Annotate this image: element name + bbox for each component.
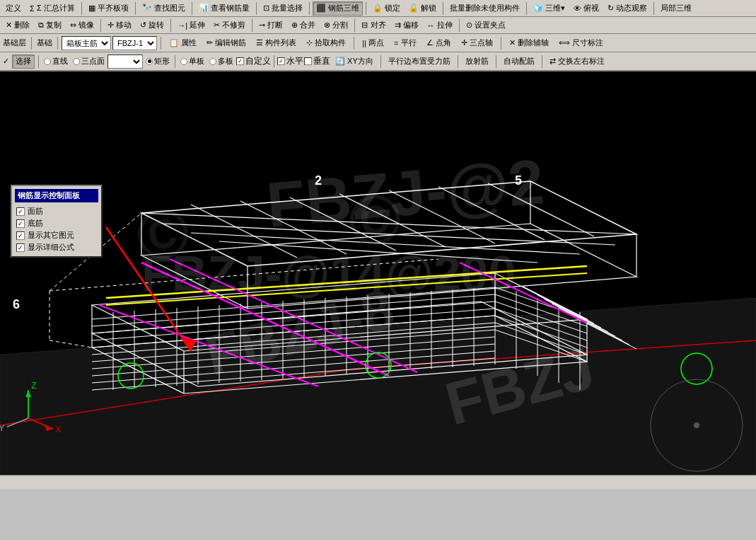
- sep15: [31, 37, 32, 50]
- bottom-rebar-item[interactable]: ✓ 底筋: [15, 217, 98, 229]
- align-btn[interactable]: ⊟ 对齐: [358, 18, 389, 33]
- delete-btn[interactable]: ✕ 删除: [2, 18, 33, 33]
- 3d-btn[interactable]: 🧊 三维 ▾: [530, 1, 569, 16]
- rotate2-icon: ↺: [140, 21, 146, 30]
- dim-icon: ⟺: [559, 38, 570, 47]
- flatten-btn[interactable]: ▦ 平齐板项: [85, 1, 132, 16]
- main-canvas[interactable]: 2 5 6 FBZJ-@2 FBZJ-@14@200 FBZJ-8 FBZJ ©…: [0, 71, 756, 475]
- sep21: [175, 55, 175, 68]
- split-btn[interactable]: ⊗ 分割: [320, 18, 351, 33]
- toolbar-row-4: ✓ 选择 直线 三点面 矩形 单板 多板 ✓ 自定: [0, 52, 756, 71]
- merge-btn[interactable]: ⊕ 合并: [288, 18, 319, 33]
- other-elem-checkbox[interactable]: ✓: [16, 231, 25, 240]
- toolbar-row-3: 基础层 基础 箱板主筋 FBZJ-1 📋 属性 ✏ 编辑钢筋 ☰ 构件列表 ⊹ …: [0, 34, 756, 52]
- delaxis-btn[interactable]: ✕ 删除辅轴: [506, 36, 552, 50]
- editrebar-btn[interactable]: ✏ 编辑钢筋: [203, 36, 250, 50]
- move-btn[interactable]: ✛ 移动: [104, 18, 135, 33]
- break-icon: ⊸: [259, 21, 265, 30]
- viewrebar-btn[interactable]: 📊 查看钢筋量: [195, 1, 253, 16]
- batchdel-btn[interactable]: 批量删除未使用构件: [446, 1, 523, 16]
- component-select[interactable]: 箱板主筋: [62, 36, 111, 50]
- offset-btn[interactable]: ⇉ 偏移: [391, 18, 422, 33]
- getcomp-btn[interactable]: ⊹ 拾取构件: [303, 36, 349, 50]
- stretch-btn[interactable]: ↔ 拉伸: [424, 18, 456, 33]
- sep4: [256, 2, 257, 15]
- threeaxes-btn[interactable]: ✛ 三点轴: [458, 36, 496, 50]
- select-tool-btn[interactable]: 选择: [12, 54, 35, 69]
- rotate-btn[interactable]: ↺ 旋转: [136, 18, 168, 33]
- bottom-rebar-checkbox[interactable]: ✓: [16, 219, 25, 228]
- formula-item[interactable]: ✓ 显示详细公式: [15, 241, 98, 253]
- copy-btn[interactable]: ⧉ 复制: [35, 18, 65, 33]
- findmap-btn[interactable]: 🔭 查找图元: [139, 1, 189, 16]
- mirror-btn[interactable]: ⇔ 镜像: [66, 18, 98, 33]
- trim-btn[interactable]: ✂ 不修剪: [210, 18, 249, 33]
- component-id-select[interactable]: FBZJ-1: [112, 36, 157, 50]
- delete-icon: ✕: [6, 21, 12, 30]
- threepoint-radio[interactable]: 三点面: [71, 56, 107, 67]
- shape-select[interactable]: [107, 54, 143, 69]
- copy-icon: ⧉: [38, 21, 44, 30]
- sep16: [57, 37, 58, 50]
- single-radio-circle: [180, 58, 187, 65]
- multi-radio[interactable]: 多板: [207, 56, 235, 67]
- face-rebar-item[interactable]: ✓ 面筋: [15, 205, 98, 217]
- sep6: [366, 2, 366, 15]
- svg-text:Z: Z: [31, 380, 37, 391]
- line-radio-circle: [44, 58, 51, 65]
- birdview-btn[interactable]: 👁 俯视: [570, 1, 603, 16]
- props-btn[interactable]: 📋 属性: [165, 36, 200, 50]
- batchsel-btn[interactable]: ⊡ 批量选择: [260, 1, 306, 16]
- break-btn[interactable]: ⊸ 打断: [255, 18, 286, 33]
- line-radio[interactable]: 直线: [42, 56, 70, 67]
- define-btn[interactable]: 定义: [2, 1, 25, 16]
- custom-check[interactable]: ✓ 自定义: [236, 55, 271, 67]
- vert-check[interactable]: 垂直: [304, 55, 330, 67]
- vert-checkbox[interactable]: [304, 57, 312, 65]
- horiz-check[interactable]: ✓ 水平: [277, 55, 303, 67]
- select-mode-label: ✓: [1, 57, 11, 66]
- swap-btn[interactable]: ⇄ 交换左右标注: [546, 54, 608, 69]
- angle-btn[interactable]: ∠ 点角: [423, 36, 455, 50]
- layer-label: 基础层: [1, 38, 28, 48]
- sep1: [81, 2, 82, 15]
- align-icon: ⊟: [361, 21, 368, 30]
- custom-checkbox[interactable]: ✓: [236, 57, 244, 65]
- unlock-btn[interactable]: 🔓 解锁: [405, 1, 440, 16]
- sep25: [496, 55, 496, 68]
- setpoint-btn[interactable]: ⊙ 设置夹点: [463, 18, 509, 33]
- lock-btn[interactable]: 🔒 锁定: [369, 1, 404, 16]
- rebar-control-panel: 钢筋显示控制面板 ✓ 面筋 ✓ 底筋 ✓ 显示其它图元 ✓ 显示详细公式: [11, 185, 103, 258]
- delaxis-icon: ✕: [509, 38, 516, 47]
- select-icon: ⊡: [263, 4, 269, 13]
- formula-checkbox[interactable]: ✓: [16, 243, 25, 252]
- auto-btn[interactable]: 自动配筋: [500, 54, 538, 69]
- lock-icon: 🔒: [373, 4, 383, 13]
- props-icon: 📋: [169, 38, 179, 47]
- calc-btn[interactable]: Σ Σ 汇总计算: [26, 1, 78, 16]
- single-radio[interactable]: 单板: [178, 56, 207, 67]
- binoculars-icon: 🔭: [142, 4, 152, 13]
- bottom-rebar-label: 底筋: [28, 218, 43, 229]
- pick-icon: ⊹: [306, 38, 313, 47]
- dimmark-btn[interactable]: ⟺ 尺寸标注: [555, 36, 607, 50]
- rebar3d-btn[interactable]: ⬛ 钢筋三维: [313, 1, 363, 16]
- parallel-btn2[interactable]: = 平行: [390, 36, 420, 50]
- trim-icon: ✂: [214, 21, 220, 30]
- animate-btn[interactable]: ↻ 动态观察: [604, 1, 651, 16]
- stretch-icon: ↔: [427, 21, 435, 30]
- rect-radio-circle: [146, 58, 153, 65]
- parallel-edge-btn[interactable]: 平行边布置受力筋: [385, 54, 454, 69]
- horiz-checkbox[interactable]: ✓: [277, 57, 285, 65]
- twopts-btn[interactable]: || 两点: [359, 36, 388, 50]
- unlock-icon: 🔓: [409, 4, 419, 13]
- twopts-icon: ||: [362, 39, 366, 47]
- complist-btn[interactable]: ☰ 构件列表: [252, 36, 300, 50]
- other-elem-item[interactable]: ✓ 显示其它图元: [15, 229, 98, 241]
- radial-btn[interactable]: 放射筋: [462, 54, 492, 69]
- face-rebar-checkbox[interactable]: ✓: [16, 207, 25, 216]
- rect-radio[interactable]: 矩形: [144, 56, 172, 67]
- extend-btn[interactable]: →| 延伸: [174, 18, 209, 33]
- local3d-btn[interactable]: 局部三维: [657, 1, 695, 16]
- xy-btn[interactable]: 🔄 XY方向: [332, 54, 377, 69]
